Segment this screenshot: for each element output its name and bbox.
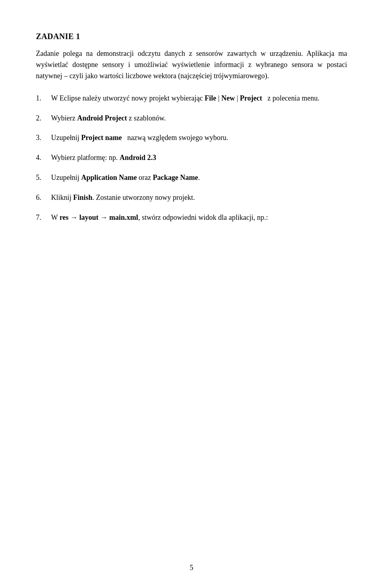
list-number: 4.: [36, 152, 51, 164]
bold-res: res: [59, 213, 69, 221]
list-content: Uzupełnij Application Name oraz Package …: [51, 172, 347, 184]
list-number: 6.: [36, 192, 51, 203]
list-item: 1. W Eclipse należy utworzyć nowy projek…: [36, 93, 347, 104]
bold-main-xml: main.xml: [109, 213, 138, 221]
bold-new: New: [221, 94, 235, 102]
bold-project: Project: [240, 94, 262, 102]
list-item: 3. Uzupełnij Project name nazwą względem…: [36, 132, 347, 144]
bold-package-name: Package Name: [153, 174, 198, 182]
arrow-icon-2: →: [100, 213, 107, 221]
list-content: Uzupełnij Project name nazwą względem sw…: [51, 132, 347, 144]
bold-layout: layout: [79, 213, 99, 221]
list-content: Kliknij Finish. Zostanie utworzony nowy …: [51, 192, 347, 203]
bold-file: File: [205, 94, 216, 102]
arrow-icon: →: [70, 213, 77, 221]
bold-android-project: Android Project: [77, 114, 127, 122]
bold-android-version: Android 2.3: [120, 154, 156, 162]
section-title: ZADANIE 1: [36, 32, 347, 41]
list-number: 1.: [36, 93, 51, 104]
list-content: W Eclipse należy utworzyć nowy projekt w…: [51, 93, 347, 104]
list-item: 2. Wybierz Android Project z szablonów.: [36, 113, 347, 124]
list-item: 7. W res → layout → main.xml, stwórz odp…: [36, 212, 347, 223]
bold-finish: Finish: [73, 193, 93, 201]
numbered-list: 1. W Eclipse należy utworzyć nowy projek…: [36, 93, 347, 223]
list-content: W res → layout → main.xml, stwórz odpowi…: [51, 212, 347, 223]
list-item: 4. Wybierz platformę: np. Android 2.3: [36, 152, 347, 164]
list-number: 3.: [36, 132, 51, 144]
list-item: 6. Kliknij Finish. Zostanie utworzony no…: [36, 192, 347, 203]
list-number: 5.: [36, 172, 51, 184]
list-content: Wybierz platformę: np. Android 2.3: [51, 152, 347, 164]
intro-paragraph: Zadanie polega na demonstracji odczytu d…: [36, 48, 347, 82]
bold-app-name: Application Name: [81, 174, 137, 182]
list-content: Wybierz Android Project z szablonów.: [51, 113, 347, 124]
list-item: 5. Uzupełnij Application Name oraz Packa…: [36, 172, 347, 184]
list-number: 2.: [36, 113, 51, 124]
page-number: 5: [190, 564, 193, 572]
list-number: 7.: [36, 212, 51, 223]
page: ZADANIE 1 Zadanie polega na demonstracji…: [0, 0, 383, 588]
bold-project-name: Project name: [81, 134, 122, 142]
